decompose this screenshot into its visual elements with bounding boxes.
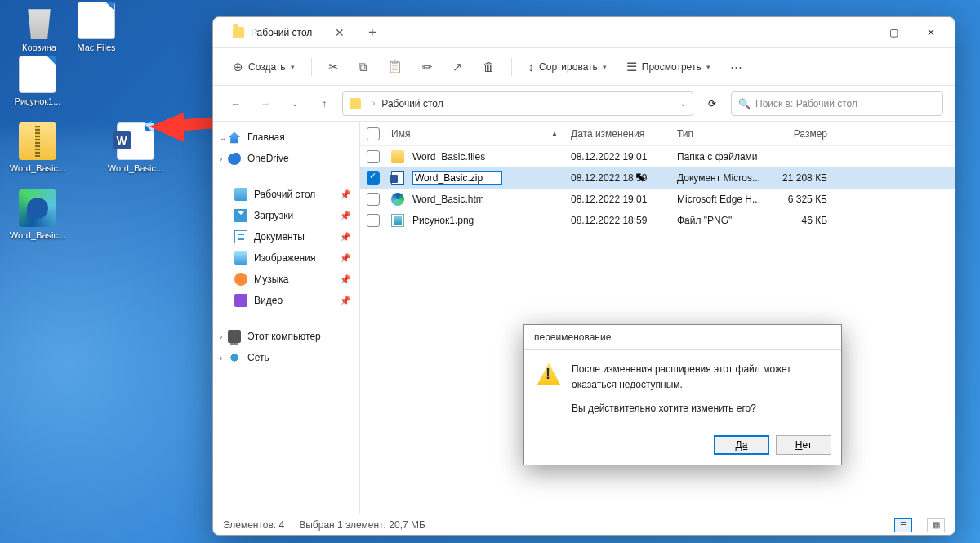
new-button[interactable]: ⊕ Создать ▾ — [225, 55, 303, 79]
address-bar[interactable]: › Рабочий стол ⌄ — [342, 91, 693, 116]
nav-network[interactable]: ›Сеть — [213, 347, 359, 368]
back-button[interactable]: ← — [225, 92, 247, 115]
row-checkbox[interactable] — [367, 214, 380, 227]
nav-documents[interactable]: Документы📌 — [213, 226, 359, 247]
maximize-button[interactable]: ▢ — [875, 20, 912, 46]
desktop-icon-label: Рисунок1... — [8, 96, 67, 106]
nav-desktop[interactable]: Рабочий стол📌 — [213, 184, 359, 205]
cut-button[interactable]: ✂ — [320, 55, 347, 79]
desktop-icon-label: Mac Files — [67, 42, 126, 52]
forward-button[interactable]: → — [254, 92, 277, 115]
rename-warning-dialog: переименование После изменения расширени… — [523, 324, 842, 465]
desktop-icon-word[interactable]: Word_Basic... — [106, 122, 165, 173]
close-button[interactable]: ✕ — [912, 20, 950, 46]
col-date[interactable]: Дата изменения — [564, 128, 670, 140]
nav-video[interactable]: Видео📌 — [213, 290, 359, 311]
document-icon — [234, 230, 247, 243]
pin-icon[interactable]: 📌 — [340, 232, 351, 243]
chevron-right-icon: › — [372, 99, 375, 108]
file-size: 46 КБ — [768, 215, 834, 226]
file-row[interactable]: 08.12.2022 18:59Документ Micros...21 208… — [360, 167, 955, 189]
file-row[interactable]: Word_Basic.htm08.12.2022 19:01Microsoft … — [360, 189, 955, 210]
rename-input[interactable] — [412, 171, 502, 185]
folder-icon — [233, 27, 244, 38]
desktop-icon-label: Word_Basic... — [106, 163, 165, 173]
paste-button[interactable]: 📋 — [379, 55, 411, 79]
col-name[interactable]: Имя▲ — [385, 128, 564, 140]
refresh-button[interactable]: ⟳ — [700, 91, 724, 116]
status-bar: Элементов: 4 Выбран 1 элемент: 20,7 МБ ☰… — [213, 514, 955, 535]
nav-onedrive[interactable]: ›OneDrive — [213, 148, 359, 169]
file-type: Папка с файлами — [670, 151, 768, 162]
share-icon: ↗ — [452, 60, 463, 74]
sort-button[interactable]: ↕ Сортировать ▾ — [520, 55, 615, 78]
col-size[interactable]: Размер — [768, 128, 834, 140]
chevron-right-icon: › — [220, 354, 222, 363]
nav-pictures[interactable]: Изображения📌 — [213, 247, 359, 269]
chevron-right-icon: › — [220, 154, 222, 163]
no-button[interactable]: Нет — [776, 435, 831, 455]
paste-icon: 📋 — [387, 60, 403, 74]
new-tab-button[interactable]: ＋ — [366, 24, 379, 41]
nav-music[interactable]: Музыка📌 — [213, 269, 359, 290]
desktop-icon-generic[interactable]: Рисунок1... — [8, 56, 67, 106]
file-date: 08.12.2022 19:01 — [564, 194, 670, 205]
desktop-icon-label: Word_Basic... — [8, 230, 67, 240]
search-input[interactable]: 🔍 Поиск в: Рабочий стол — [731, 91, 943, 116]
word-icon — [391, 171, 404, 185]
desktop-icon-label: Корзина — [10, 42, 69, 52]
rename-button[interactable]: ✏ — [414, 55, 441, 79]
pin-icon[interactable]: 📌 — [340, 274, 351, 285]
toolbar: ⊕ Создать ▾ ✂ ⧉ 📋 ✏ ↗ 🗑 ↕ Сортировать ▾ … — [213, 48, 955, 86]
nav-home[interactable]: ⌄Главная — [213, 127, 359, 148]
more-button[interactable]: ⋯ — [722, 55, 751, 79]
cloud-icon — [228, 152, 241, 165]
desktop-icon-generic[interactable]: Mac Files — [67, 2, 126, 52]
breadcrumb[interactable]: Рабочий стол — [381, 98, 443, 109]
minimize-button[interactable]: — — [837, 20, 875, 46]
file-explorer-window: Рабочий стол ✕ ＋ — ▢ ✕ ⊕ Создать ▾ ✂ ⧉ 📋… — [212, 16, 956, 536]
nav-downloads[interactable]: Загрузки📌 — [213, 205, 359, 226]
pin-icon[interactable]: 📌 — [340, 296, 351, 306]
share-button[interactable]: ↗ — [444, 55, 471, 79]
pin-icon[interactable]: 📌 — [340, 211, 351, 221]
trash-icon: 🗑 — [483, 60, 495, 73]
recent-chevron[interactable]: ⌄ — [283, 92, 306, 115]
png-icon — [391, 214, 404, 227]
row-checkbox[interactable] — [367, 193, 380, 206]
pin-icon[interactable]: 📌 — [340, 189, 351, 200]
file-name: Word_Basic.htm — [412, 194, 484, 205]
file-type: Microsoft Edge H... — [670, 194, 768, 205]
delete-button[interactable]: 🗑 — [474, 55, 503, 78]
pictures-icon — [234, 251, 247, 265]
nav-thispc[interactable]: ›Этот компьютер — [213, 326, 359, 347]
col-type[interactable]: Тип — [670, 128, 768, 140]
desktop-icon-folder-zip[interactable]: Word_Basic... — [8, 122, 67, 173]
desktop-icon-label: Word_Basic... — [8, 163, 67, 173]
status-item-count: Элементов: 4 — [223, 519, 284, 531]
copy-button[interactable]: ⧉ — [350, 55, 376, 79]
view-button[interactable]: ☰ Просмотреть ▾ — [618, 55, 719, 79]
close-tab-icon[interactable]: ✕ — [335, 26, 345, 39]
chevron-down-icon: ▾ — [706, 63, 710, 71]
file-type: Документ Micros... — [670, 172, 768, 184]
pin-icon[interactable]: 📌 — [340, 253, 351, 264]
tab-desktop[interactable]: Рабочий стол ✕ — [223, 21, 354, 44]
chevron-down-icon[interactable]: ⌄ — [679, 99, 686, 108]
up-button[interactable]: ↑ — [313, 92, 336, 115]
row-checkbox[interactable] — [367, 150, 380, 163]
desktop-icon-trash[interactable]: Корзина — [10, 2, 69, 52]
desktop-icon-edge[interactable]: Word_Basic... — [8, 189, 67, 240]
icons-view-button[interactable]: ▦ — [927, 518, 945, 532]
generic-icon — [19, 56, 56, 93]
yes-button[interactable]: Да — [714, 435, 769, 455]
chevron-right-icon: › — [220, 332, 222, 341]
select-all-checkbox[interactable] — [367, 127, 380, 140]
file-row[interactable]: Рисунок1.png08.12.2022 18:59Файл "PNG"46… — [360, 210, 955, 231]
file-row[interactable]: Word_Basic.files08.12.2022 19:01Папка с … — [360, 146, 955, 167]
row-checkbox[interactable] — [367, 171, 380, 185]
sort-asc-icon: ▲ — [551, 130, 558, 137]
more-icon: ⋯ — [730, 60, 742, 74]
details-view-button[interactable]: ☰ — [894, 518, 912, 532]
column-headers: Имя▲ Дата изменения Тип Размер — [360, 122, 955, 146]
